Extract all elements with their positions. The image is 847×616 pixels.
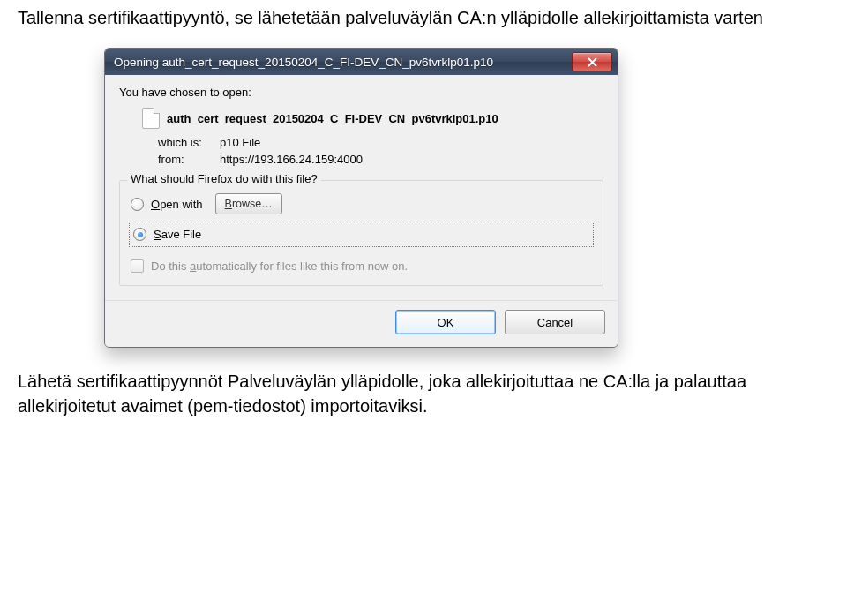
always-post: utomatically for files like this from no… bbox=[196, 259, 408, 273]
download-dialog: Opening auth_cert_request_20150204_C_FI-… bbox=[104, 48, 618, 348]
underline-letter: O bbox=[151, 198, 160, 211]
open-with-text: pen with bbox=[160, 198, 202, 211]
file-name: auth_cert_request_20150204_C_FI-DEV_CN_p… bbox=[167, 112, 498, 125]
open-with-option[interactable]: Open with Browse… bbox=[129, 188, 594, 220]
close-button[interactable] bbox=[572, 52, 612, 71]
which-is-row: which is: p10 File bbox=[119, 136, 603, 149]
close-icon bbox=[588, 57, 597, 67]
underline-letter: B bbox=[225, 198, 232, 210]
always-label: Do this automatically for files like thi… bbox=[151, 259, 408, 273]
save-file-label: Save File bbox=[154, 228, 201, 241]
browse-button[interactable]: Browse… bbox=[215, 193, 282, 214]
cancel-button[interactable]: Cancel bbox=[505, 310, 605, 334]
save-file-option[interactable]: Save File bbox=[131, 224, 591, 244]
outro-line: Lähetä sertifikaattipyynnöt Palveluväylä… bbox=[18, 372, 746, 416]
file-icon bbox=[142, 108, 160, 129]
dialog-title: Opening auth_cert_request_20150204_C_FI-… bbox=[114, 56, 572, 69]
file-row: auth_cert_request_20150204_C_FI-DEV_CN_p… bbox=[119, 108, 603, 129]
radio-icon-selected bbox=[133, 228, 146, 241]
from-value: https://193.166.24.159:4000 bbox=[220, 153, 363, 166]
page-outro-text: Lähetä sertifikaattipyynnöt Palveluväylä… bbox=[0, 348, 847, 427]
dialog-body: You have chosen to open: auth_cert_reque… bbox=[105, 75, 618, 300]
fieldset-legend: What should Firefox do with this file? bbox=[127, 172, 321, 185]
from-row: from: https://193.166.24.159:4000 bbox=[119, 153, 603, 166]
dialog-footer: OK Cancel bbox=[105, 300, 618, 347]
underline-letter: S bbox=[154, 228, 161, 241]
checkbox-icon bbox=[131, 259, 144, 273]
radio-icon bbox=[131, 198, 144, 211]
open-with-label: Open with bbox=[151, 198, 203, 211]
dialog-container: Opening auth_cert_request_20150204_C_FI-… bbox=[0, 32, 847, 348]
intro-line: Tallenna sertifikaattipyyntö, se lähetet… bbox=[18, 8, 763, 27]
action-fieldset: What should Firefox do with this file? O… bbox=[119, 180, 603, 286]
page-intro-text: Tallenna sertifikaattipyyntö, se lähetet… bbox=[0, 0, 847, 32]
which-is-label: which is: bbox=[158, 136, 220, 149]
cancel-label: Cancel bbox=[537, 316, 573, 329]
ok-label: OK bbox=[438, 316, 454, 329]
from-label: from: bbox=[158, 153, 220, 166]
save-file-text: ave File bbox=[161, 228, 202, 241]
which-is-value: p10 File bbox=[220, 136, 260, 149]
always-do-row: Do this automatically for files like thi… bbox=[129, 247, 594, 276]
save-file-focus-outline: Save File bbox=[129, 222, 594, 247]
always-pre: Do this bbox=[151, 259, 190, 273]
titlebar: Opening auth_cert_request_20150204_C_FI-… bbox=[105, 49, 618, 75]
browse-text: rowse… bbox=[232, 198, 273, 210]
prompt-line: You have chosen to open: bbox=[119, 86, 603, 99]
ok-button[interactable]: OK bbox=[395, 310, 496, 334]
